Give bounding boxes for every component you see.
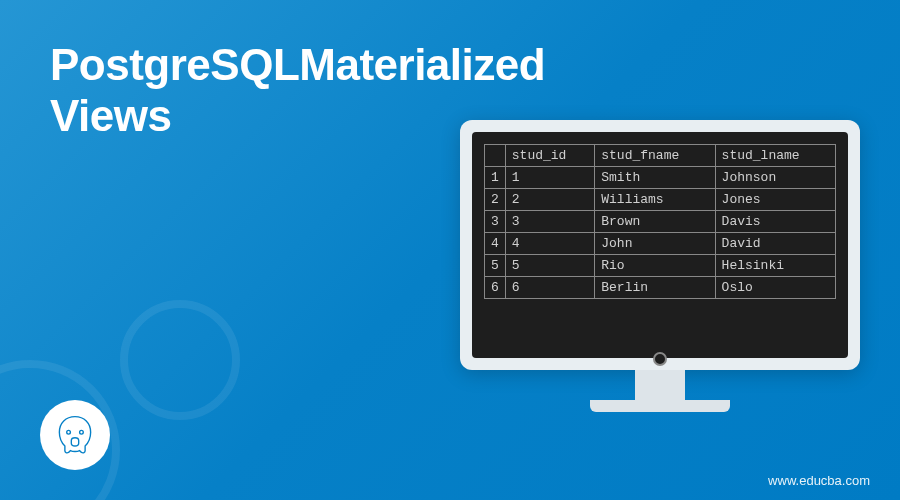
cell-fname: John — [595, 233, 715, 255]
table-row: 4 4 John David — [485, 233, 836, 255]
cell-rownum: 2 — [485, 189, 506, 211]
header-rownum — [485, 145, 506, 167]
cell-fname: Berlin — [595, 277, 715, 299]
header-stud-lname: stud_lname — [715, 145, 835, 167]
watermark-text: www.educba.com — [768, 473, 870, 488]
monitor-stand — [635, 370, 685, 400]
cell-lname: Davis — [715, 211, 835, 233]
cell-rownum: 3 — [485, 211, 506, 233]
computer-monitor: stud_id stud_fname stud_lname 1 1 Smith … — [460, 120, 860, 440]
terminal-screen: stud_id stud_fname stud_lname 1 1 Smith … — [472, 132, 848, 358]
table-row: 6 6 Berlin Oslo — [485, 277, 836, 299]
cell-lname: Helsinki — [715, 255, 835, 277]
postgresql-logo — [40, 400, 110, 470]
cell-lname: Oslo — [715, 277, 835, 299]
monitor-base — [590, 400, 730, 412]
cell-id: 2 — [505, 189, 594, 211]
cell-id: 5 — [505, 255, 594, 277]
result-table: stud_id stud_fname stud_lname 1 1 Smith … — [484, 144, 836, 299]
table-row: 5 5 Rio Helsinki — [485, 255, 836, 277]
cell-lname: David — [715, 233, 835, 255]
cell-id: 3 — [505, 211, 594, 233]
title-line-2: Views — [50, 91, 171, 140]
header-stud-id: stud_id — [505, 145, 594, 167]
table-header-row: stud_id stud_fname stud_lname — [485, 145, 836, 167]
cell-lname: Jones — [715, 189, 835, 211]
monitor-power-button — [653, 352, 667, 366]
cell-id: 4 — [505, 233, 594, 255]
table-row: 2 2 Williams Jones — [485, 189, 836, 211]
cell-rownum: 6 — [485, 277, 506, 299]
background-gear-small — [120, 300, 240, 420]
cell-rownum: 1 — [485, 167, 506, 189]
elephant-icon — [52, 412, 98, 458]
monitor-frame: stud_id stud_fname stud_lname 1 1 Smith … — [460, 120, 860, 370]
header-stud-fname: stud_fname — [595, 145, 715, 167]
table-row: 3 3 Brown Davis — [485, 211, 836, 233]
cell-rownum: 5 — [485, 255, 506, 277]
cell-fname: Rio — [595, 255, 715, 277]
cell-lname: Johnson — [715, 167, 835, 189]
cell-id: 1 — [505, 167, 594, 189]
cell-rownum: 4 — [485, 233, 506, 255]
table-row: 1 1 Smith Johnson — [485, 167, 836, 189]
cell-id: 6 — [505, 277, 594, 299]
cell-fname: Brown — [595, 211, 715, 233]
cell-fname: Williams — [595, 189, 715, 211]
title-line-1: PostgreSQLMaterialized — [50, 40, 545, 89]
cell-fname: Smith — [595, 167, 715, 189]
